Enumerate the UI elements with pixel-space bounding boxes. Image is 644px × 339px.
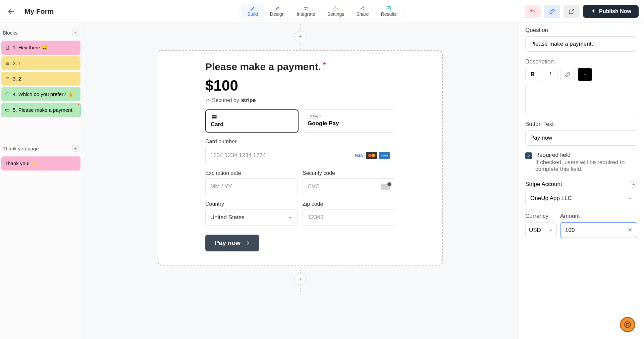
undo-button[interactable]: [525, 5, 541, 18]
required-checkbox[interactable]: [525, 152, 532, 159]
back-button[interactable]: [5, 5, 17, 17]
youtube-icon: [582, 72, 588, 77]
required-asterisk: *: [323, 61, 326, 69]
add-stripe-button[interactable]: +: [630, 181, 637, 188]
blocks-header: Blocks +: [1, 26, 80, 39]
svg-point-4: [364, 7, 365, 8]
copy-link-button[interactable]: [544, 5, 560, 18]
thankyou-item-label: Thank you! ✨: [5, 160, 37, 166]
block-item-2[interactable]: 2. 1: [1, 56, 80, 70]
zip-label: Zip code: [303, 201, 395, 207]
stripe-value: OneUp App LLC: [530, 195, 572, 202]
add-above-button[interactable]: +: [294, 31, 306, 42]
youtube-button[interactable]: [578, 68, 592, 81]
required-asterisk: *: [78, 102, 79, 108]
external-link-icon: [569, 8, 575, 14]
tab-integrate[interactable]: Integrate: [290, 4, 321, 18]
open-external-button[interactable]: [564, 5, 580, 18]
svg-point-0: [306, 7, 307, 8]
block-label: 3. 2: [13, 76, 21, 82]
brush-icon: [275, 6, 280, 11]
add-block-button[interactable]: +: [72, 29, 79, 36]
country-value: United States: [210, 214, 245, 221]
pay-method-gpay[interactable]: G Pay Google Pay: [303, 109, 395, 133]
tab-results[interactable]: Results: [375, 4, 403, 18]
secured-text: Secured by: [212, 97, 239, 103]
tab-settings[interactable]: Settings: [321, 4, 351, 18]
publish-button[interactable]: Publish Now: [583, 5, 639, 18]
amount-label: Amount: [560, 213, 637, 220]
svg-point-14: [626, 323, 629, 326]
sliders-icon: [303, 6, 309, 11]
list-icon: [5, 76, 10, 82]
currency-value: USD: [529, 227, 541, 234]
tab-label: Design: [270, 11, 285, 17]
chevron-down-icon: [627, 196, 632, 201]
form-title[interactable]: My Form: [24, 7, 54, 15]
pay-method-label: Google Pay: [308, 120, 339, 127]
question-label: Question: [525, 27, 637, 34]
add-thankyou-button[interactable]: +: [72, 145, 79, 152]
pay-method-card[interactable]: Card: [205, 109, 299, 133]
amount-input[interactable]: 100 ✕: [560, 222, 637, 238]
required-desc: If checked, users will be required to co…: [535, 159, 637, 173]
placeholder: MM / YY: [210, 183, 232, 190]
tab-build[interactable]: Build: [241, 4, 264, 18]
italic-button[interactable]: I: [543, 68, 557, 81]
description-label: Description: [525, 58, 637, 65]
connector: [300, 267, 301, 274]
stripe-label: Stripe Account: [525, 181, 562, 188]
payment-methods: Card G Pay Google Pay: [205, 109, 395, 133]
exp-label: Expiration date: [205, 170, 298, 176]
bold-button[interactable]: B: [525, 68, 540, 81]
block-label: 2. 1: [13, 60, 21, 66]
thankyou-item[interactable]: Thank you! ✨: [1, 156, 80, 171]
card-brand-icons: VISA AMEX: [353, 152, 390, 159]
tab-share[interactable]: Share: [350, 4, 375, 18]
link-button[interactable]: [560, 68, 575, 81]
block-item-3[interactable]: 3. 2: [1, 72, 80, 86]
card-title: Please make a payment. *: [205, 61, 395, 72]
visa-icon: VISA: [353, 152, 365, 159]
pay-now-button[interactable]: Pay now: [205, 235, 259, 251]
block-item-5[interactable]: * 5. Please make a payment.: [1, 103, 80, 117]
mastercard-icon: [366, 152, 377, 159]
block-item-4[interactable]: 4. Which do you prefer? ✌️: [1, 87, 80, 101]
currency-select[interactable]: USD: [525, 222, 557, 238]
stripe-select[interactable]: OneUp App LLC: [525, 191, 637, 206]
amount-value: 100: [565, 227, 575, 234]
payment-card[interactable]: Please make a payment. * $100 Secured by…: [158, 50, 443, 265]
connector: [300, 42, 301, 49]
block-item-1[interactable]: 1. Hey there 😀: [1, 41, 80, 55]
svg-rect-7: [6, 93, 9, 96]
button-text-input[interactable]: [525, 130, 637, 146]
cvc-input[interactable]: CVC: [303, 178, 395, 195]
card-title-text: Please make a payment.: [205, 61, 321, 72]
cvc-label: Security code: [303, 170, 395, 176]
card-number-input[interactable]: 1234 1234 1234 1234 VISA AMEX: [205, 147, 395, 164]
pay-btn-label: Pay now: [215, 239, 240, 247]
zip-input[interactable]: 12345: [303, 209, 395, 226]
help-fab[interactable]: [620, 317, 635, 332]
arrow-left-icon: [7, 7, 15, 15]
check-icon: [527, 154, 531, 158]
stripe-row: Stripe Account +: [525, 181, 637, 188]
question-input[interactable]: [525, 36, 637, 52]
add-below-button[interactable]: +: [294, 274, 306, 285]
gpay-badge-icon: G Pay: [308, 114, 321, 118]
header-bar: My Form Build Design Integrate Settings …: [0, 0, 644, 23]
svg-rect-9: [206, 100, 209, 102]
country-select[interactable]: United States: [205, 209, 298, 226]
clear-amount-button[interactable]: ✕: [628, 227, 632, 234]
cvc-icon: [381, 184, 390, 190]
gear-icon: [333, 6, 338, 11]
secured-by: Secured by stripe: [205, 97, 395, 103]
pen-icon: [250, 6, 255, 11]
description-textarea[interactable]: [525, 84, 637, 114]
exp-input[interactable]: MM / YY: [205, 178, 298, 195]
blocks-label: Blocks: [3, 30, 17, 36]
card-number-label: Card number: [205, 139, 395, 145]
description-toolbar: B I: [525, 68, 637, 81]
country-label: Country: [205, 201, 298, 207]
tab-design[interactable]: Design: [264, 4, 291, 18]
